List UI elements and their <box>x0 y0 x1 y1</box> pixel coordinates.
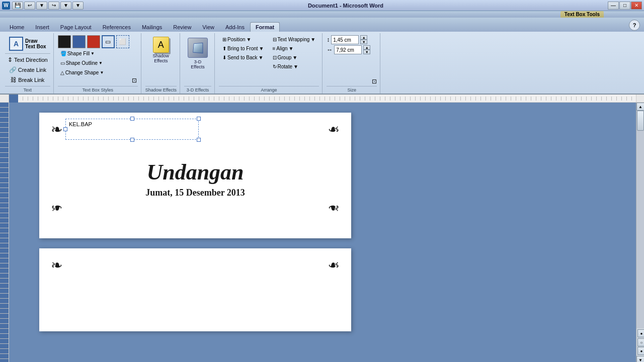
handle-top-center[interactable] <box>130 117 134 121</box>
break-link-label: Break Link <box>18 77 44 83</box>
send-to-back-chevron: ▼ <box>259 55 264 60</box>
textbox-styles-expand-button[interactable]: ⊡ <box>131 76 138 85</box>
width-input[interactable]: 7,92 cm <box>334 45 362 54</box>
swatch-dash[interactable]: ⬜ <box>116 35 129 48</box>
3d-effects-content: 3-DEffects <box>184 34 211 86</box>
ornament-bottom-right: ❧ <box>328 201 340 215</box>
scroll-track[interactable] <box>636 111 644 328</box>
customize-button[interactable]: ▼ <box>72 2 84 10</box>
height-input-row: ↕ 1,45 cm ▲ ▼ <box>327 35 370 44</box>
color-swatches-row: ▭ ⬜ <box>58 35 129 48</box>
page-1: KEL.BAP ❧ ❧ Undangan Jumat, 15 Desember … <box>39 113 351 238</box>
textbox-selected[interactable]: KEL.BAP <box>65 119 199 140</box>
bring-to-front-icon: ⬆ <box>222 46 226 51</box>
tab-references[interactable]: References <box>97 22 136 32</box>
text-group-content: A DrawText Box ⇕ Text Direction 🔗 Create… <box>5 34 50 86</box>
position-button[interactable]: ⊞ Position ▼ <box>219 35 268 44</box>
ornament-bottom-left: ❧ <box>51 201 62 215</box>
text-group-title: Text <box>5 86 50 94</box>
3d-effects-group-title: 3-D Effects <box>184 86 211 94</box>
height-down-button[interactable]: ▼ <box>360 40 367 44</box>
title-bar-left: W 💾 ↩ ▼ ↪ ▼ ▼ <box>2 2 84 10</box>
maximize-button[interactable]: □ <box>619 2 630 10</box>
help-button[interactable]: ? <box>629 20 640 31</box>
save-button[interactable]: 💾 <box>12 2 23 10</box>
text-direction-button[interactable]: ⇕ Text Direction <box>5 55 50 65</box>
align-button[interactable]: ≡ Align ▼ <box>269 44 319 53</box>
handle-left-center[interactable] <box>63 127 67 131</box>
ribbon-group-textbox-styles: ▭ ⬜ 🪣 Shape Fill ▼ ▭ Shape Outline ▼ <box>55 33 141 94</box>
tab-format[interactable]: Format <box>250 22 280 32</box>
tab-view[interactable]: View <box>197 22 220 32</box>
size-expand-button[interactable]: ⊡ <box>372 78 377 85</box>
close-button[interactable]: ✕ <box>631 2 642 10</box>
page-1-inner: KEL.BAP ❧ ❧ Undangan Jumat, 15 Desember … <box>39 113 351 225</box>
height-spinner: ▲ ▼ <box>360 35 367 44</box>
vertical-scrollbar: ▲ ● ○ ● ▼ <box>636 103 644 362</box>
next-page-button[interactable]: ● <box>637 347 644 355</box>
width-spinner: ▲ ▼ <box>363 45 370 54</box>
tab-home[interactable]: Home <box>4 22 30 32</box>
send-to-back-label: Send to Back <box>227 55 257 60</box>
3d-effects-label: 3-DEffects <box>191 59 204 69</box>
tab-insert[interactable]: Insert <box>30 22 55 32</box>
width-down-button[interactable]: ▼ <box>363 50 370 54</box>
text-direction-label: Text Direction <box>14 57 48 63</box>
ribbon-group-text: A DrawText Box ⇕ Text Direction 🔗 Create… <box>2 33 54 94</box>
ribbon-group-3d-effects: 3-DEffects 3-D Effects <box>181 33 215 94</box>
handle-bottom-center[interactable] <box>130 138 134 142</box>
ruler-area <box>0 95 644 103</box>
minimize-button[interactable]: — <box>608 2 619 10</box>
scroll-up-button[interactable]: ▲ <box>636 103 644 111</box>
shadow-effects-button[interactable]: A ShadowEffects <box>150 35 172 65</box>
align-icon: ≡ <box>273 46 276 51</box>
document-area[interactable]: KEL.BAP ❧ ❧ Undangan Jumat, 15 Desember … <box>9 103 636 362</box>
date-text: Jumat, 15 Desember 2013 <box>47 188 344 198</box>
group-button[interactable]: ⊡ Group ▼ <box>269 53 319 62</box>
swatch-black[interactable] <box>58 35 71 48</box>
scroll-down-button[interactable]: ▼ <box>636 356 644 362</box>
height-up-button[interactable]: ▲ <box>360 35 367 40</box>
create-link-button[interactable]: 🔗 Create Link <box>7 65 49 75</box>
scroll-thumb[interactable] <box>637 111 644 131</box>
rotate-button[interactable]: ↻ Rotate ▼ <box>269 62 319 71</box>
ribbon-group-size: ↕ 1,45 cm ▲ ▼ ↔ 7,92 cm ▲ ▼ <box>324 33 380 94</box>
tab-page-layout[interactable]: Page Layout <box>55 22 97 32</box>
width-up-button[interactable]: ▲ <box>363 45 370 50</box>
3d-effects-icon <box>188 38 208 58</box>
select-browse-button[interactable]: ○ <box>637 338 644 346</box>
redo-button[interactable]: ↪ <box>48 2 59 10</box>
redo-dropdown[interactable]: ▼ <box>60 2 71 10</box>
position-icon: ⊞ <box>222 37 226 42</box>
shape-fill-label: Shape Fill <box>67 51 90 56</box>
ribbon-group-arrange: ⊞ Position ▼ ⬆ Bring to Front ▼ ⬇ Send t… <box>216 33 323 94</box>
height-input[interactable]: 1,45 cm <box>331 35 359 44</box>
width-input-row: ↔ 7,92 cm ▲ ▼ <box>327 45 370 54</box>
3d-effects-button[interactable]: 3-DEffects <box>184 35 211 71</box>
undo-button[interactable]: ↩ <box>24 2 35 10</box>
swatch-blue[interactable] <box>72 35 86 48</box>
ruler-corner <box>0 95 9 103</box>
tab-addins[interactable]: Add-Ins <box>220 22 250 32</box>
ornament-2-top-left: ❧ <box>51 258 62 273</box>
bring-to-front-button[interactable]: ⬆ Bring to Front ▼ <box>219 44 268 53</box>
break-link-button[interactable]: ⛓ Break Link <box>8 75 47 85</box>
prev-page-button[interactable]: ● <box>637 329 644 337</box>
swatch-red[interactable] <box>87 35 100 48</box>
handle-bottom-right[interactable] <box>197 138 201 142</box>
text-wrapping-button[interactable]: ⊟ Text Wrapping ▼ <box>269 35 319 44</box>
draw-textbox-button[interactable]: A DrawText Box <box>7 35 49 52</box>
invitation-title: Undangan <box>47 159 344 185</box>
app-icon: W <box>2 2 10 10</box>
undo-dropdown[interactable]: ▼ <box>36 2 47 10</box>
swatch-outline[interactable]: ▭ <box>102 35 115 48</box>
send-to-back-button[interactable]: ⬇ Send to Back ▼ <box>219 53 268 62</box>
shape-outline-button[interactable]: ▭ Shape Outline ▼ <box>58 59 129 67</box>
page-nav-buttons: ● ○ ● <box>636 328 644 356</box>
tab-mailings[interactable]: Mailings <box>136 22 168 32</box>
selected-textbox-container[interactable]: KEL.BAP <box>65 119 199 140</box>
tab-review[interactable]: Review <box>168 22 197 32</box>
shape-fill-button[interactable]: 🪣 Shape Fill ▼ <box>58 49 129 58</box>
handle-top-right[interactable] <box>197 117 201 121</box>
change-shape-button[interactable]: △ Change Shape ▼ <box>58 68 129 77</box>
